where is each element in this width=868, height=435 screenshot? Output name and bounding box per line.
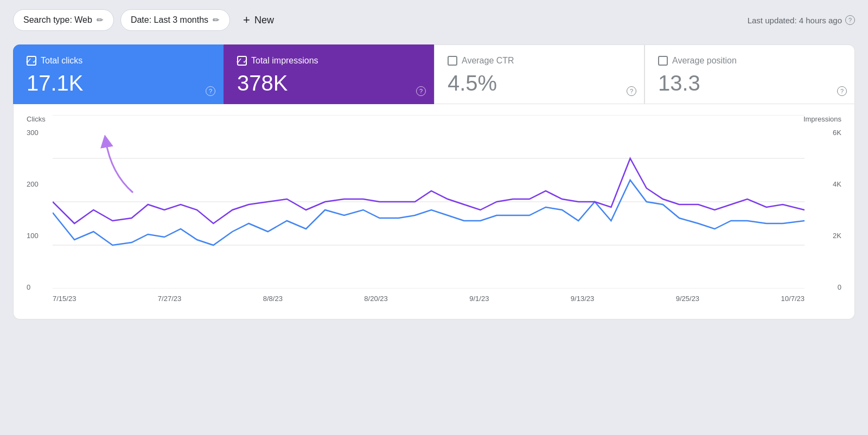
new-button[interactable]: + New	[237, 9, 280, 31]
y-label: 0	[833, 283, 841, 291]
y-label: 100	[27, 232, 53, 240]
y-axis-title-right: Impressions	[803, 115, 841, 123]
metric-value: 4.5%	[448, 71, 631, 95]
checkbox-icon	[448, 56, 457, 66]
metric-value: 17.1K	[27, 71, 210, 95]
search-type-filter[interactable]: Search type: Web ✏	[13, 9, 114, 31]
metric-card-average-ctr[interactable]: Average CTR 4.5% ?	[434, 44, 644, 104]
checkbox-icon: ✓	[27, 56, 36, 66]
top-bar: Search type: Web ✏ Date: Last 3 months ✏…	[13, 9, 855, 31]
metric-card-total-clicks[interactable]: ✓ Total clicks 17.1K ?	[13, 44, 224, 104]
y-label: 0	[27, 283, 53, 291]
help-icon[interactable]: ?	[206, 86, 215, 96]
checkbox-icon	[658, 56, 668, 66]
y-label: 200	[27, 180, 53, 188]
metric-label: Average position	[672, 56, 737, 66]
y-label: 2K	[833, 232, 841, 240]
date-filter[interactable]: Date: Last 3 months ✏	[120, 9, 230, 31]
checkbox-icon: ✓	[237, 56, 247, 66]
metric-label: Average CTR	[462, 56, 514, 66]
edit-icon: ✏	[213, 15, 220, 25]
edit-icon: ✏	[97, 15, 104, 25]
search-type-label: Search type: Web	[23, 15, 92, 25]
x-label: 8/8/23	[263, 295, 283, 303]
y-label: 300	[27, 129, 53, 137]
metric-card-average-position[interactable]: Average position 13.3 ?	[644, 44, 855, 104]
help-icon[interactable]: ?	[837, 86, 847, 96]
y-label: 4K	[833, 180, 841, 188]
x-label: 10/7/23	[781, 295, 805, 303]
metric-value: 378K	[237, 71, 420, 95]
y-axis-title-left: Clicks	[27, 115, 53, 123]
metric-label: Total clicks	[41, 56, 82, 66]
metric-label: Total impressions	[251, 56, 318, 66]
plus-icon: +	[243, 13, 250, 27]
chart-svg	[53, 115, 805, 289]
metrics-row: ✓ Total clicks 17.1K ? ✓ Total impressio…	[13, 44, 855, 104]
last-updated-text: Last updated: 4 hours ago	[748, 16, 842, 25]
metric-card-total-impressions[interactable]: ✓ Total impressions 378K ?	[224, 44, 434, 104]
help-icon[interactable]: ?	[627, 86, 636, 96]
help-icon[interactable]: ?	[845, 15, 855, 25]
chart-container: Clicks 300 200 100 0	[13, 104, 855, 319]
x-label: 8/20/23	[364, 295, 387, 303]
x-label: 7/15/23	[53, 295, 76, 303]
x-label: 9/13/23	[571, 295, 594, 303]
x-label: 9/1/23	[469, 295, 489, 303]
date-label: Date: Last 3 months	[131, 15, 208, 25]
y-label: 6K	[833, 129, 841, 137]
x-label: 7/27/23	[158, 295, 181, 303]
x-label: 9/25/23	[676, 295, 699, 303]
help-icon[interactable]: ?	[416, 86, 426, 96]
last-updated: Last updated: 4 hours ago ?	[748, 15, 855, 25]
new-label: New	[254, 15, 274, 26]
metric-value: 13.3	[658, 71, 841, 95]
